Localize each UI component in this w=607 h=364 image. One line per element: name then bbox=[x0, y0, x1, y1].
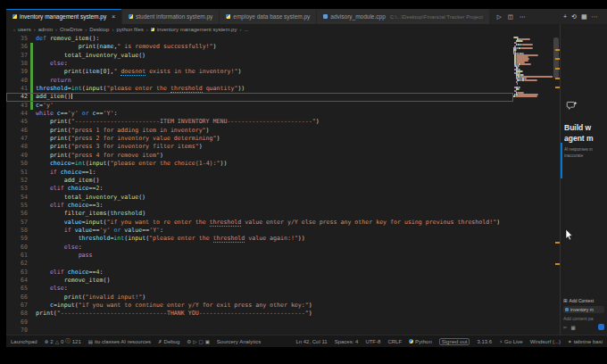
status-go-live[interactable]: ⚡Go Live bbox=[499, 339, 523, 344]
code-line-57[interactable]: 57 value=input("if you want to re enter … bbox=[6, 219, 513, 227]
code-line-55[interactable]: 55 elif choice==3: bbox=[6, 202, 513, 210]
code-line-53[interactable]: 53 elif choice==2: bbox=[6, 185, 513, 193]
code-line-51[interactable]: 51 if choice==1: bbox=[6, 169, 513, 177]
py-file-icon bbox=[129, 14, 133, 19]
send-button[interactable] bbox=[598, 324, 604, 330]
panel-more-button[interactable]: ⋯ bbox=[592, 13, 598, 21]
editor[interactable]: 35def remove_item():36 print(name," is r… bbox=[6, 35, 560, 335]
line-number: 43 bbox=[6, 102, 28, 110]
chat-input[interactable]: Add content pa bbox=[563, 316, 604, 321]
status-sourcery[interactable]: Sourcery Analytics bbox=[217, 339, 261, 344]
code-line-43[interactable]: 43c='y' bbox=[6, 102, 513, 110]
breadcrumb-item[interactable]: ... bbox=[244, 27, 248, 32]
code-line-38[interactable]: 38 else: bbox=[6, 60, 513, 68]
code-line-68[interactable]: 68print("------------------------------T… bbox=[6, 310, 513, 318]
code-line-65[interactable]: 65 else: bbox=[6, 285, 513, 293]
tabs: inventory management system.py×student i… bbox=[6, 9, 490, 24]
code-line-70[interactable]: 70 bbox=[6, 327, 513, 335]
code-line-56[interactable]: 56 filter_items(threshold) bbox=[6, 210, 513, 218]
code-line-58[interactable]: 58 if value=='y' or value=='Y': bbox=[6, 227, 513, 235]
code-line-49[interactable]: 49 print("press 4 for remove item") bbox=[6, 152, 513, 160]
line-number: 58 bbox=[6, 227, 28, 235]
context-file-chip[interactable]: inventory m bbox=[563, 306, 604, 313]
line-number: 48 bbox=[6, 143, 28, 151]
code-line-45[interactable]: 45 print("------------------------ITEM I… bbox=[6, 118, 513, 126]
code-line-46[interactable]: 46 print("press 1 for adding item in inv… bbox=[6, 127, 513, 135]
line-number: 55 bbox=[6, 202, 28, 210]
code-text: print(name," is removed successfully!") bbox=[33, 43, 217, 51]
code-line-59[interactable]: 59 threshold=int(input("please enter the… bbox=[6, 235, 513, 243]
code-area[interactable]: 35def remove_item():36 print(name," is r… bbox=[6, 35, 513, 335]
history-button[interactable]: ⟲ bbox=[571, 13, 577, 21]
breadcrumb-item[interactable]: OneDrive bbox=[60, 27, 82, 32]
code-line-60[interactable]: 60 else: bbox=[6, 244, 513, 252]
status-debug[interactable]: ✗Debug bbox=[158, 339, 179, 344]
status-encoding[interactable]: UTF-8 bbox=[365, 339, 380, 344]
code-line-37[interactable]: 37 total_inventory_value() bbox=[6, 52, 513, 60]
add-context-button[interactable]: ⊞ Add Context bbox=[563, 298, 604, 303]
code-line-48[interactable]: 48 print("press 3 for inventory filter i… bbox=[6, 143, 513, 151]
status-launchpad[interactable]: Launchpad bbox=[11, 339, 37, 344]
layout-grid-icon[interactable]: ▦ bbox=[571, 325, 576, 330]
code-line-47[interactable]: 47 print("press 2 for inventory value de… bbox=[6, 135, 513, 143]
code-text: add_item() bbox=[33, 93, 72, 101]
tab-inventory-management[interactable]: inventory management system.py× bbox=[6, 9, 121, 24]
code-line-35[interactable]: 35def remove_item(): bbox=[6, 35, 513, 43]
breadcrumb-item[interactable]: python files bbox=[116, 27, 143, 32]
tab-advisory-module[interactable]: advisory_module.cppC:\...\Desktop\Financ… bbox=[317, 9, 488, 24]
split-editor-button[interactable]: ◫ bbox=[508, 13, 513, 21]
code-line-64[interactable]: 64 remove_item() bbox=[6, 277, 513, 285]
breadcrumb-item[interactable]: admin bbox=[38, 27, 53, 32]
line-number: 51 bbox=[6, 169, 28, 177]
breadcrumb-item[interactable]: Desktop bbox=[89, 27, 109, 32]
status-windsurf[interactable]: Windsurf (...) bbox=[530, 339, 561, 344]
code-line-67[interactable]: 67 c=input("if you want to continue ente… bbox=[6, 302, 513, 310]
panel-sash[interactable] bbox=[561, 143, 562, 178]
more-actions-button[interactable]: ⋯ bbox=[520, 13, 526, 21]
code-line-63[interactable]: 63 elif choice==4: bbox=[6, 269, 513, 277]
code-line-66[interactable]: 66 print("invalid input!") bbox=[6, 294, 513, 302]
code-line-39[interactable]: 39 print(item[0]," doesnot exists in the… bbox=[6, 68, 513, 76]
layout-button[interactable]: ▦ bbox=[581, 13, 587, 21]
run-button[interactable]: ▷ bbox=[497, 13, 502, 21]
status-account[interactable]: Signed out bbox=[439, 338, 470, 345]
breadcrumb-separator: › bbox=[55, 27, 57, 32]
status-language[interactable]: Python bbox=[409, 339, 432, 344]
attach-icon[interactable]: ✂ bbox=[563, 325, 568, 330]
code-line-36[interactable]: 36 print(name," is removed successfully!… bbox=[6, 43, 513, 51]
status-problems[interactable]: ⊗2△0ⓘ121 bbox=[45, 338, 81, 344]
new-chat-button[interactable]: + bbox=[563, 13, 567, 20]
code-line-61[interactable]: 61 pass bbox=[6, 252, 513, 260]
code-line-42[interactable]: 42add_item() bbox=[6, 93, 513, 101]
code-line-54[interactable]: 54 total_inventory_value() bbox=[6, 194, 513, 202]
breadcrumb-item[interactable]: users bbox=[18, 27, 31, 32]
code-text: total_inventory_value() bbox=[33, 194, 146, 202]
status-indentation[interactable]: Spaces: 4 bbox=[335, 339, 359, 344]
code-text: if value=='y' or value=='Y': bbox=[33, 227, 163, 235]
status-itu-classes[interactable]: ▤itu classes AI resources bbox=[88, 339, 151, 344]
status-cursor-position[interactable]: Ln 42, Col 11 bbox=[295, 339, 327, 344]
close-tab-icon[interactable]: × bbox=[112, 13, 115, 20]
code-line-50[interactable]: 50 choice=int(input("please enter the ch… bbox=[6, 160, 513, 168]
scrollbar[interactable] bbox=[553, 35, 560, 335]
status-python-version[interactable]: 3.13.6 bbox=[477, 339, 492, 344]
code-line-62[interactable]: 62 bbox=[6, 260, 513, 268]
code-text: while c=='y' or c=='Y': bbox=[33, 110, 117, 118]
code-text: threshold=int(input("please enter the th… bbox=[33, 85, 245, 93]
status-tabnine[interactable]: ✦tabnine basi bbox=[568, 339, 603, 344]
code-line-69[interactable]: 69 bbox=[6, 318, 513, 327]
status-eol[interactable]: CRLF bbox=[387, 339, 402, 344]
code-line-44[interactable]: 44while c=='y' or c=='Y': bbox=[6, 110, 513, 118]
tab-student-information[interactable]: student information system.py bbox=[122, 9, 219, 24]
minimap[interactable] bbox=[513, 35, 553, 335]
code-line-52[interactable]: 52 add_item() bbox=[6, 177, 513, 185]
panel-subtitle-line2: inaccurate bbox=[564, 153, 603, 160]
line-number: 57 bbox=[6, 219, 28, 227]
code-line-40[interactable]: 40 return bbox=[6, 77, 513, 85]
chat-toolbar: ✂▦ bbox=[563, 324, 604, 330]
tab-employe-database[interactable]: employe data base system.py bbox=[220, 9, 316, 24]
status-quick-icons[interactable]: ⚙▷▢▣ bbox=[187, 339, 210, 344]
breadcrumb-item[interactable]: inventory management system.py bbox=[157, 27, 237, 32]
code-line-41[interactable]: 41threshold=int(input("please enter the … bbox=[6, 85, 513, 93]
status-bar: Launchpad⊗2△0ⓘ121▤itu classes AI resourc… bbox=[6, 335, 607, 347]
